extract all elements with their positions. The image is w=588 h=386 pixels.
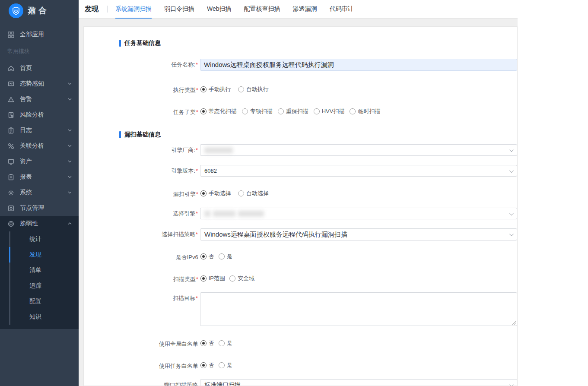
content-area: 任务基础信息 任务名称:* Windows远程桌面授权服务远程代码执行漏洞 执行… xyxy=(79,19,518,386)
task-name-input[interactable]: Windows远程桌面授权服务远程代码执行漏洞 xyxy=(200,59,517,71)
required-mark: * xyxy=(196,87,198,93)
grid-icon xyxy=(7,31,15,38)
radio-key-protect-scan[interactable]: 重保扫描 xyxy=(278,108,308,115)
port-policy-select[interactable]: 标准端口扫描 xyxy=(200,379,517,386)
page-title: 发现 xyxy=(85,5,99,14)
sidebar-item-label: 日志 xyxy=(20,127,32,134)
sidebar-item-situation-awareness[interactable]: 态势感知 xyxy=(0,76,79,92)
radio-security-domain[interactable]: 安全域 xyxy=(229,275,254,282)
radio-task-whitelist-yes[interactable]: 是 xyxy=(219,361,232,369)
radio-ip-range[interactable]: IP范围 xyxy=(200,275,225,282)
sidebar-item-label: 资产 xyxy=(20,158,32,165)
form-row-exec-type: 执行类型* 手动执行 自动执行 xyxy=(84,84,517,94)
required-mark: * xyxy=(196,109,198,115)
radio-icon xyxy=(242,108,248,114)
scan-target-textarea[interactable] xyxy=(200,292,517,326)
sidebar-group-vulnerability: 脆弱性 统计 发现 清单 追踪 配置 知识 xyxy=(0,216,79,329)
radio-ipv6-no[interactable]: 否 xyxy=(200,253,214,260)
select-engine-select[interactable] xyxy=(200,208,517,219)
engine-version-select[interactable]: 6082 xyxy=(200,165,517,177)
sidebar-item-logs[interactable]: 日志 xyxy=(0,123,79,138)
radio-manual-exec[interactable]: 手动执行 xyxy=(200,85,231,93)
required-mark: * xyxy=(196,276,198,282)
target-icon xyxy=(7,220,15,228)
radio-temp-scan[interactable]: 临时扫描 xyxy=(350,108,380,115)
radio-ipv6-yes[interactable]: 是 xyxy=(219,253,232,260)
sidebar-item-alerts[interactable]: 告警 xyxy=(0,92,79,107)
vulnerability-submenu: 统计 发现 清单 追踪 配置 知识 xyxy=(0,231,79,329)
chevron-down-icon xyxy=(509,211,514,215)
sidebar-item-correlation-analysis[interactable]: 关联分析 xyxy=(0,138,79,154)
sidebar-item-label: 态势感知 xyxy=(20,80,44,88)
chevron-down-icon xyxy=(509,168,514,173)
scan-policy-select[interactable]: Windows远程桌面授权服务远程代码执行漏洞扫描 xyxy=(200,228,517,240)
chevron-down-icon xyxy=(67,81,73,86)
sidebar-item-home[interactable]: 首页 xyxy=(0,60,79,76)
sidebar-item-risk-analysis[interactable]: 风险分析 xyxy=(0,107,79,123)
sidebar-menu: 首页 态势感知 告警 xyxy=(0,60,79,329)
form-row-global-whitelist: 使用全局白名单 否 是 xyxy=(84,338,517,348)
risk-analysis-icon xyxy=(7,111,15,119)
form-row-port-policy: 端口扫描策略 标准端口扫描 xyxy=(84,379,517,386)
radio-global-whitelist-no[interactable]: 否 xyxy=(200,339,214,347)
form-row-task-whitelist: 使用任务白名单 否 是 xyxy=(84,360,517,370)
gear-icon xyxy=(7,189,15,196)
resize-grip-icon[interactable] xyxy=(512,321,516,325)
chevron-down-icon xyxy=(67,97,73,102)
engine-vendor-select[interactable] xyxy=(200,144,517,156)
sidebar-item-vulnerability[interactable]: 脆弱性 xyxy=(0,216,79,231)
task-form-panel: 任务基础信息 任务名称:* Windows远程桌面授权服务远程代码执行漏洞 执行… xyxy=(83,26,518,386)
correlation-icon xyxy=(7,142,15,150)
sidebar-item-node-management[interactable]: 节点管理 xyxy=(0,200,79,216)
sidebar-item-reports[interactable]: 报表 xyxy=(0,169,79,185)
sidebar-subitem-statistics[interactable]: 统计 xyxy=(9,231,79,247)
tab-penetration-vuln[interactable]: 渗透漏洞 xyxy=(293,0,317,19)
sidebar-item-label: 关联分析 xyxy=(20,142,44,150)
radio-icon xyxy=(200,190,207,196)
sidebar-item-label: 告警 xyxy=(20,95,32,103)
sidebar-subitem-inventory[interactable]: 清单 xyxy=(9,263,79,278)
redacted-value xyxy=(204,211,210,217)
radio-normalized-scan[interactable]: 常态化扫描 xyxy=(200,108,237,115)
sidebar: 鼐合 全部应用 常用模块 首页 xyxy=(0,0,79,386)
radio-auto-select[interactable]: 自动选择 xyxy=(238,190,269,197)
required-mark: * xyxy=(196,295,198,301)
required-mark: * xyxy=(196,168,198,174)
radio-icon xyxy=(219,362,225,368)
node-management-icon xyxy=(7,205,15,212)
sidebar-subitem-tracking[interactable]: 追踪 xyxy=(9,278,79,294)
sidebar-item-assets[interactable]: 资产 xyxy=(0,154,79,169)
radio-icon xyxy=(238,190,244,196)
radio-icon xyxy=(200,253,207,259)
tab-web-scan[interactable]: Web扫描 xyxy=(207,0,232,19)
chevron-down-icon xyxy=(509,383,514,386)
required-mark: * xyxy=(196,61,198,68)
tab-system-vuln-scan[interactable]: 系统漏洞扫描 xyxy=(115,0,152,19)
radio-auto-exec[interactable]: 自动执行 xyxy=(238,85,269,93)
sidebar-subitem-knowledge[interactable]: 知识 xyxy=(9,309,79,325)
required-mark: * xyxy=(196,210,198,217)
tab-weak-password-scan[interactable]: 弱口令扫描 xyxy=(164,0,194,19)
tab-config-check-scan[interactable]: 配置核查扫描 xyxy=(244,0,280,19)
sidebar-subitem-configuration[interactable]: 配置 xyxy=(9,294,79,309)
app-root: 鼐合 全部应用 常用模块 首页 xyxy=(0,0,588,386)
situation-awareness-icon xyxy=(7,80,15,88)
radio-task-whitelist-no[interactable]: 否 xyxy=(200,361,214,369)
sidebar-item-all-apps[interactable]: 全部应用 xyxy=(0,26,79,43)
radio-global-whitelist-yes[interactable]: 是 xyxy=(219,339,232,347)
form-row-task-name: 任务名称:* Windows远程桌面授权服务远程代码执行漏洞 xyxy=(84,59,517,71)
radio-manual-select[interactable]: 手动选择 xyxy=(200,190,231,197)
monitor-icon xyxy=(7,158,15,165)
sidebar-item-system[interactable]: 系统 xyxy=(0,185,79,200)
sidebar-subitem-discovery[interactable]: 发现 xyxy=(9,247,79,263)
form-row-engine-version: 引擎版本:* 6082 xyxy=(84,165,517,177)
radio-special-scan[interactable]: 专项扫描 xyxy=(242,108,273,115)
radio-hvv-scan[interactable]: HVV扫描 xyxy=(314,108,345,115)
section-accent-bar xyxy=(119,40,121,47)
radio-icon xyxy=(238,86,244,92)
radio-icon xyxy=(200,362,207,368)
redacted-value xyxy=(204,147,233,153)
radio-icon xyxy=(219,340,225,346)
brand-name: 鼐合 xyxy=(28,5,49,16)
tab-code-audit[interactable]: 代码审计 xyxy=(330,0,354,19)
